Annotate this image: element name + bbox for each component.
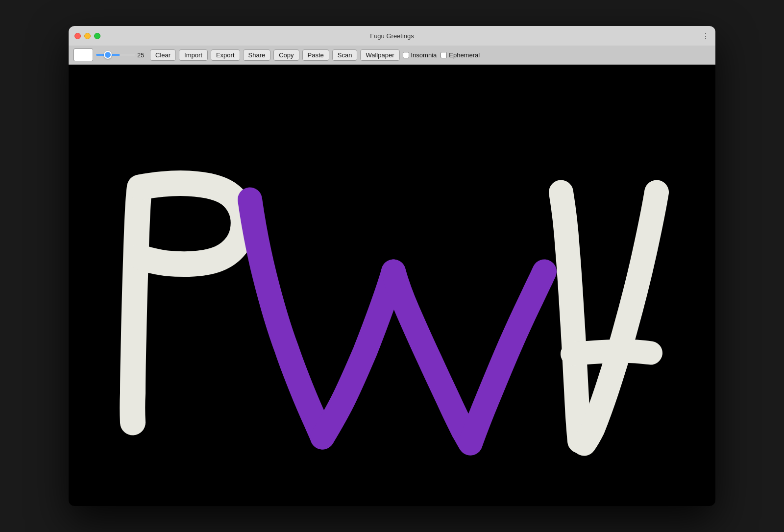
scan-button[interactable]: Scan	[332, 49, 358, 61]
share-button[interactable]: Share	[243, 49, 271, 61]
wallpaper-button[interactable]: Wallpaper	[360, 49, 399, 61]
maximize-button[interactable]	[94, 33, 100, 39]
menu-icon[interactable]: ⋮	[702, 31, 710, 41]
letter-p	[132, 183, 244, 422]
ephemeral-label[interactable]: Ephemeral	[441, 51, 480, 59]
export-button[interactable]: Export	[211, 49, 240, 61]
window-title: Fugu Greetings	[370, 32, 414, 40]
close-button[interactable]	[74, 33, 81, 39]
brush-size-value: 25	[137, 51, 147, 59]
insomnia-checkbox[interactable]	[403, 52, 409, 58]
minimize-button[interactable]	[84, 33, 91, 39]
color-swatch[interactable]	[74, 48, 93, 61]
brush-size-container: 25	[96, 51, 147, 59]
letter-a	[561, 193, 657, 444]
import-button[interactable]: Import	[179, 49, 208, 61]
paste-button[interactable]: Paste	[302, 49, 329, 61]
letter-w	[250, 200, 544, 443]
ephemeral-text: Ephemeral	[449, 51, 480, 59]
pwa-svg-drawing[interactable]	[69, 65, 715, 506]
insomnia-text: Insomnia	[411, 51, 437, 59]
brush-size-slider[interactable]	[96, 54, 135, 56]
traffic-lights	[74, 33, 100, 39]
copy-button[interactable]: Copy	[273, 49, 299, 61]
canvas-area[interactable]	[69, 65, 715, 506]
app-window: Fugu Greetings ⋮ 25 Clear Import Export …	[69, 26, 715, 506]
ephemeral-checkbox[interactable]	[441, 52, 447, 58]
clear-button[interactable]: Clear	[150, 49, 176, 61]
toolbar: 25 Clear Import Export Share Copy Paste …	[69, 46, 715, 65]
titlebar: Fugu Greetings ⋮	[69, 26, 715, 46]
options-group: Insomnia Ephemeral	[403, 51, 482, 59]
insomnia-label[interactable]: Insomnia	[403, 51, 437, 59]
